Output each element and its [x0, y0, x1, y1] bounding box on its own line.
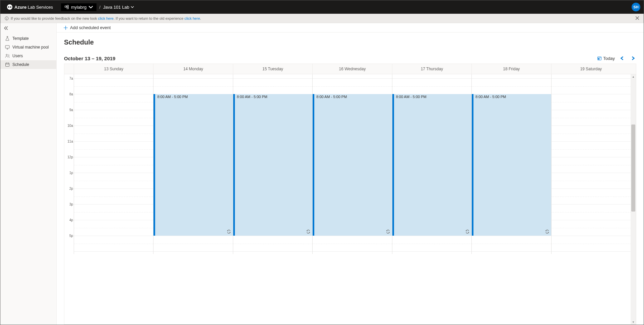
date-range-label: October 13 – 19, 2019 — [64, 56, 115, 61]
azure-icon — [7, 4, 12, 10]
scheduled-event[interactable]: 8:00 AM - 5:00 PM — [233, 94, 312, 236]
left-nav: Template Virtual machine pool Users Sche… — [0, 23, 57, 325]
calendar-header-row: 13 Sunday14 Monday15 Tuesday16 Wednesday… — [64, 64, 636, 74]
close-icon[interactable] — [635, 16, 639, 21]
svg-rect-0 — [65, 6, 66, 7]
brand-text: Azure Lab Services — [14, 5, 53, 10]
app-body: Template Virtual machine pool Users Sche… — [0, 23, 644, 325]
calendar-today-icon — [597, 56, 602, 61]
avatar[interactable]: SH — [632, 3, 640, 11]
breadcrumb-lab-label: Java 101 Lab — [103, 5, 129, 10]
calendar-grid: 13 Sunday14 Monday15 Tuesday16 Wednesday… — [64, 64, 636, 325]
event-time-label: 8:00 AM - 5:00 PM — [475, 95, 506, 99]
command-bar: Add scheduled event — [57, 23, 644, 32]
day-header: 17 Thursday — [392, 64, 471, 74]
breadcrumb-resource-group[interactable]: mylabrg — [61, 3, 96, 11]
add-scheduled-event-button[interactable]: Add scheduled event — [70, 25, 111, 30]
vertical-scrollbar[interactable]: ▲ ▼ — [631, 74, 636, 324]
day-column[interactable]: 8:00 AM - 5:00 PM — [233, 74, 312, 254]
day-column[interactable] — [551, 74, 631, 254]
content-area: Schedule October 13 – 19, 2019 Today — [57, 32, 644, 325]
day-header: 14 Monday — [153, 64, 233, 74]
scheduled-event[interactable]: 8:00 AM - 5:00 PM — [392, 94, 471, 236]
day-column[interactable] — [74, 74, 153, 254]
resource-group-icon — [64, 5, 69, 9]
sidebar-item-vm-pool[interactable]: Virtual machine pool — [0, 43, 56, 52]
prev-week-button[interactable] — [619, 55, 626, 62]
calendar-body: 7a8a9a10a11a12p1p2p3p4p5p 8:00 AM - 5:00… — [64, 74, 636, 324]
scrollbar-header-spacer — [631, 64, 636, 74]
info-icon — [5, 16, 9, 20]
breadcrumb-separator: / — [99, 5, 101, 10]
chevron-down-icon — [88, 5, 93, 9]
sidebar-item-schedule[interactable]: Schedule — [0, 60, 56, 69]
svg-rect-2 — [67, 7, 68, 9]
old-experience-link[interactable]: click here — [185, 16, 200, 20]
recurring-icon — [306, 230, 310, 234]
day-header: 16 Wednesday — [312, 64, 392, 74]
event-time-label: 8:00 AM - 5:00 PM — [157, 95, 188, 99]
main-panel: Add scheduled event Schedule October 13 … — [57, 23, 644, 325]
recurring-icon — [386, 230, 390, 234]
today-button[interactable]: Today — [597, 56, 615, 61]
hour-label: 3p — [69, 202, 73, 206]
day-header: 13 Sunday — [74, 64, 153, 74]
time-gutter: 7a8a9a10a11a12p1p2p3p4p5p — [64, 74, 74, 254]
svg-rect-4 — [5, 46, 9, 48]
avatar-initials: SH — [633, 5, 638, 9]
day-header: 15 Tuesday — [233, 64, 312, 74]
event-time-label: 8:00 AM - 5:00 PM — [316, 95, 347, 99]
sidebar-item-label: Users — [12, 54, 23, 58]
day-header: 19 Saturday — [551, 64, 631, 74]
header-left: Azure Lab Services mylabrg / Java 101 La… — [4, 3, 134, 11]
sidebar-item-users[interactable]: Users — [0, 52, 56, 60]
day-column[interactable]: 8:00 AM - 5:00 PM — [153, 74, 233, 254]
svg-rect-6 — [6, 63, 9, 67]
hour-label: 9a — [69, 108, 73, 112]
scrollbar-thumb[interactable] — [631, 125, 635, 212]
banner-content: If you would like to provide feedback on… — [5, 16, 201, 20]
scroll-up-arrow[interactable]: ▲ — [631, 74, 636, 79]
recurring-icon — [227, 230, 231, 234]
svg-point-5 — [6, 54, 7, 56]
banner-text: If you would like to provide feedback on… — [11, 16, 201, 20]
chevron-double-left-icon — [4, 26, 8, 30]
add-icon — [63, 25, 68, 30]
monitor-icon — [5, 45, 10, 50]
hour-label: 12p — [67, 155, 73, 159]
sidebar-item-label: Template — [12, 36, 29, 41]
feedback-link[interactable]: click here — [98, 16, 114, 20]
scroll-down-arrow[interactable]: ▼ — [631, 320, 636, 324]
scheduled-event[interactable]: 8:00 AM - 5:00 PM — [313, 94, 392, 236]
day-column[interactable]: 8:00 AM - 5:00 PM — [312, 74, 392, 254]
flask-icon — [5, 36, 10, 41]
collapse-nav-button[interactable] — [0, 23, 56, 34]
page-title: Schedule — [64, 38, 636, 46]
product-logo[interactable]: Azure Lab Services — [4, 4, 56, 10]
hour-label: 2p — [69, 187, 73, 190]
scheduled-event[interactable]: 8:00 AM - 5:00 PM — [472, 94, 551, 236]
recurring-icon — [465, 230, 469, 234]
hour-label: 11a — [67, 140, 73, 143]
event-time-label: 8:00 AM - 5:00 PM — [237, 95, 267, 99]
time-gutter-header — [64, 64, 74, 74]
feedback-banner: If you would like to provide feedback on… — [0, 14, 644, 23]
next-week-button[interactable] — [630, 55, 636, 62]
sidebar-item-label: Schedule — [12, 62, 29, 67]
sidebar-item-label: Virtual machine pool — [12, 45, 49, 50]
chevron-left-icon — [620, 56, 624, 60]
scheduled-event[interactable]: 8:00 AM - 5:00 PM — [153, 94, 233, 236]
users-icon — [5, 54, 10, 58]
day-column[interactable]: 8:00 AM - 5:00 PM — [392, 74, 471, 254]
recurring-icon — [545, 230, 549, 234]
day-column[interactable]: 8:00 AM - 5:00 PM — [471, 74, 551, 254]
day-header: 18 Friday — [471, 64, 551, 74]
chevron-right-icon — [631, 56, 635, 60]
svg-rect-1 — [67, 5, 68, 7]
svg-rect-8 — [598, 59, 599, 60]
breadcrumb-lab[interactable]: Java 101 Lab — [103, 5, 134, 10]
date-range-controls: Today — [597, 55, 636, 62]
chevron-down-icon — [131, 5, 134, 9]
hour-label: 10a — [67, 124, 73, 128]
sidebar-item-template[interactable]: Template — [0, 34, 56, 43]
